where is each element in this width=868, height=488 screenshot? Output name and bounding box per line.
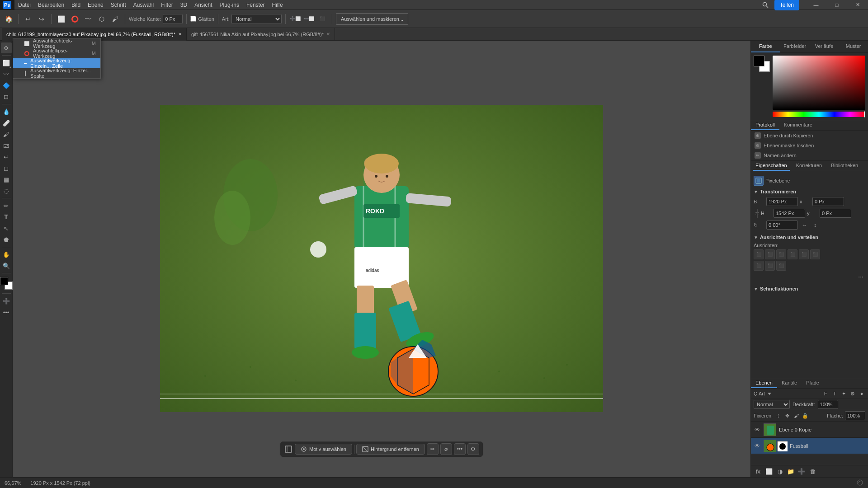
close-button[interactable]: ✕ [847, 0, 868, 10]
color-hue-bar[interactable] [773, 112, 865, 117]
tab-1-close[interactable]: ✕ [178, 32, 182, 37]
align-left[interactable]: ⬛ [754, 249, 764, 259]
crop-tool[interactable]: ⊡ [1, 91, 12, 102]
proto-item-1[interactable]: ⊕ Ebene durch Kopieren [751, 131, 868, 141]
marquee-rect-icon[interactable]: ⬜ [55, 13, 67, 25]
brush-icon[interactable]: 🖌 [109, 13, 121, 25]
menu-plugins[interactable]: Plug-ins [216, 0, 243, 10]
lasso-icon[interactable]: 〰 [82, 13, 94, 25]
filter-toggle[interactable]: ● [858, 390, 865, 397]
fix-lock-icon[interactable]: 🔒 [802, 412, 809, 419]
tab-pfade[interactable]: Pfade [802, 378, 824, 388]
tab-eigenschaften[interactable]: Eigenschaften [753, 161, 790, 171]
menu-auswahl[interactable]: Auswahl [130, 0, 157, 10]
menu-schrift[interactable]: Schrift [107, 0, 130, 10]
dist-left[interactable]: ⬛ [754, 261, 764, 271]
align-center-v[interactable]: ⬛ [799, 249, 809, 259]
align-center-h[interactable]: ⬛ [765, 249, 775, 259]
heal-tool[interactable]: 🩹 [1, 117, 12, 128]
menu-bild[interactable]: Bild [68, 0, 84, 10]
tab-kommentare[interactable]: Kommentare [779, 120, 817, 130]
bottom-more[interactable]: ••• [454, 443, 466, 455]
tab-protokoll[interactable]: Protokoll [751, 120, 779, 130]
tab-muster[interactable]: Muster [839, 41, 868, 52]
bottom-icon-2[interactable]: ⌀ [440, 443, 452, 455]
fix-move-icon[interactable]: ✥ [783, 412, 791, 419]
more-tools[interactable]: ••• [1, 307, 12, 318]
add-brush-tool[interactable]: ➕ [1, 296, 12, 306]
tab-farbe[interactable]: Farbe [751, 41, 780, 52]
subtract-selection-icon[interactable]: ➖⬜ [303, 13, 315, 25]
menu-filter[interactable]: Filter [157, 0, 177, 10]
glaetten-checkbox[interactable] [190, 16, 196, 22]
zoom-tool[interactable]: 🔍 [1, 260, 12, 271]
fix-pos-icon[interactable]: ⊹ [774, 412, 782, 419]
tab-kanaele[interactable]: Kanäle [777, 378, 802, 388]
select-mask-button[interactable]: Auswählen und maskieren... [336, 13, 408, 25]
ctx-rect-marquee[interactable]: ⬜ Auswahlrechteck-Werkzeug M [13, 38, 100, 48]
rotation-input[interactable] [766, 221, 798, 230]
transform-header[interactable]: ▼ Transformieren [754, 188, 865, 196]
fix-brush-icon[interactable]: 🖌 [793, 412, 800, 419]
share-button[interactable]: Teilen [774, 0, 799, 10]
align-header[interactable]: ▼ Ausrichten und verteilen [754, 233, 865, 241]
minimize-button[interactable]: — [806, 0, 826, 10]
menu-fenster[interactable]: Fenster [243, 0, 269, 10]
tab-verlaeufe[interactable]: Verläufe [810, 41, 839, 52]
align-bottom[interactable]: ⬛ [810, 249, 820, 259]
add-mask-btn[interactable]: ⬜ [764, 467, 774, 476]
fg-bg-color-display[interactable] [0, 277, 13, 290]
layer-eye-fussball[interactable]: 👁 [754, 442, 761, 450]
ctx-single-row[interactable]: ━ Auswahlwerkzeug: Einzeln... Zeile [13, 58, 100, 68]
home-button[interactable]: 🏠 [3, 13, 14, 25]
menu-bearbeiten[interactable]: Bearbeiten [34, 0, 68, 10]
fg-bg-color-box[interactable] [754, 56, 770, 72]
tab-ebenen[interactable]: Ebenen [751, 378, 777, 388]
menu-hilfe[interactable]: Hilfe [269, 0, 287, 10]
eraser-tool[interactable]: ◻ [1, 163, 12, 174]
pen-tool[interactable]: ✏ [1, 200, 12, 211]
gradient-tool[interactable]: ▦ [1, 174, 12, 185]
proto-item-2[interactable]: ⊖ Ebenenmaske löschen [751, 141, 868, 150]
flip-h-btn[interactable]: ↔ [800, 221, 809, 230]
layer-row-fussball[interactable]: 👁 Fussball [751, 438, 868, 454]
lasso-tool[interactable]: 〰 [1, 69, 12, 80]
tab-bibliotheken[interactable]: Bibliotheken [828, 161, 861, 171]
search-icon[interactable] [760, 0, 771, 10]
polygon-icon[interactable]: ⬡ [96, 13, 108, 25]
blend-mode-select[interactable]: Normal Auflösen Abdunkeln Multiplizieren… [754, 400, 790, 409]
filter-icon-2[interactable]: T [831, 390, 838, 397]
width-input[interactable] [766, 197, 798, 206]
blur-tool[interactable]: ◌ [1, 185, 12, 196]
menu-3d[interactable]: 3D [177, 0, 191, 10]
delete-layer-btn[interactable]: 🗑 [808, 467, 817, 476]
text-tool[interactable]: T [1, 211, 12, 222]
align-right[interactable]: ⬛ [776, 249, 786, 259]
tab-farbfelder[interactable]: Farbfelder [780, 41, 810, 52]
weiche-kante-input[interactable] [163, 14, 183, 24]
add-adjustment-btn[interactable]: ◑ [775, 467, 784, 476]
more-align-btn[interactable]: ··· [754, 272, 865, 281]
undo-button[interactable]: ↩ [22, 13, 34, 25]
tab-korrekturen[interactable]: Korrekturen [793, 161, 825, 171]
clone-tool[interactable]: 🖃 [1, 140, 12, 151]
maximize-button[interactable]: □ [826, 0, 847, 10]
dist-center-h[interactable]: ⬛ [765, 261, 775, 271]
flaeche-input[interactable] [845, 411, 865, 420]
height-input[interactable] [774, 209, 805, 218]
motiv-auswaehlen-button[interactable]: Motiv auswählen [295, 444, 352, 455]
bottom-icon-1[interactable]: ✏ [427, 443, 439, 455]
proto-item-3[interactable]: ✏ Namen ändern [751, 150, 868, 160]
tab-2-close[interactable]: ✕ [326, 32, 330, 37]
move-tool[interactable]: ✥ [1, 42, 12, 53]
shape-tool[interactable]: ⬟ [1, 234, 12, 245]
brush-tool[interactable]: 🖌 [1, 129, 12, 140]
intersect-selection-icon[interactable]: ⬛ [316, 13, 328, 25]
dist-right[interactable]: ⬛ [776, 261, 786, 271]
add-group-btn[interactable]: 📁 [786, 467, 795, 476]
schnell-header[interactable]: ▼ Schnellaktionen [754, 285, 865, 293]
align-top[interactable]: ⬛ [788, 249, 797, 259]
color-spectrum[interactable] [773, 56, 865, 110]
history-brush-tool[interactable]: ↩ [1, 151, 12, 162]
filter-icon-4[interactable]: ⚙ [849, 390, 856, 397]
